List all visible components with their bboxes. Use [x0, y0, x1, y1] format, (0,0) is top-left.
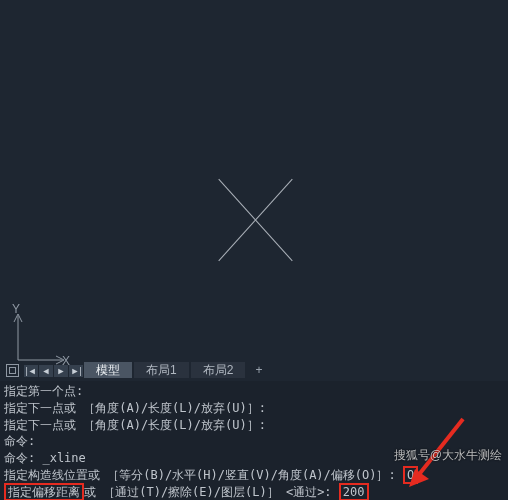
ucs-icon: Y X	[8, 310, 68, 370]
cmd-line: 指定构造线位置或 ［等分(B)/水平(H)/竖直(V)/角度(A)/偏移(O)］…	[4, 467, 504, 484]
command-window[interactable]: 指定第一个点: 指定下一点或 ［角度(A)/长度(L)/放弃(U)］: 指定下一…	[0, 381, 508, 500]
cmd-input-offset-option: O	[403, 466, 418, 484]
nav-last-button[interactable]: ►|	[69, 365, 84, 377]
axis-y-label: Y	[12, 302, 20, 316]
tab-layout2[interactable]: 布局2	[191, 362, 246, 378]
tab-model[interactable]: 模型	[84, 362, 132, 378]
nav-prev-button[interactable]: ◄	[39, 365, 54, 377]
nav-first-button[interactable]: |◄	[24, 365, 39, 377]
cmd-line: 指定下一点或 ［角度(A)/长度(L)/放弃(U)］:	[4, 400, 504, 417]
cmd-input-offset-value: 200	[339, 483, 369, 500]
cmd-text: 指定构造线位置或 ［等分(B)/水平(H)/竖直(V)/角度(A)/偏移(O)］…	[4, 468, 403, 482]
drawing-canvas[interactable]: Y X	[0, 0, 508, 378]
watermark: 搜狐号@大水牛测绘	[394, 447, 502, 464]
xline-cross	[200, 170, 310, 270]
cmd-line: 指定下一点或 ［角度(A)/长度(L)/放弃(U)］:	[4, 417, 504, 434]
tab-add-button[interactable]: +	[247, 362, 270, 378]
cmd-line: 指定偏移距离或 ［通过(T)/擦除(E)/图层(L)］ <通过>: 200	[4, 484, 504, 500]
nav-next-button[interactable]: ►	[54, 365, 69, 377]
model-snap-button[interactable]	[6, 364, 19, 377]
cmd-highlight-offset-dist: 指定偏移距离	[4, 483, 84, 500]
cmd-text: 或 ［通过(T)/擦除(E)/图层(L)］ <通过>:	[84, 485, 339, 499]
cmd-line: 指定第一个点:	[4, 383, 504, 400]
layout-tabs: 模型 布局1 布局2 +	[84, 362, 270, 378]
tab-nav: |◄ ◄ ► ►|	[24, 364, 84, 378]
tab-layout1[interactable]: 布局1	[134, 362, 189, 378]
